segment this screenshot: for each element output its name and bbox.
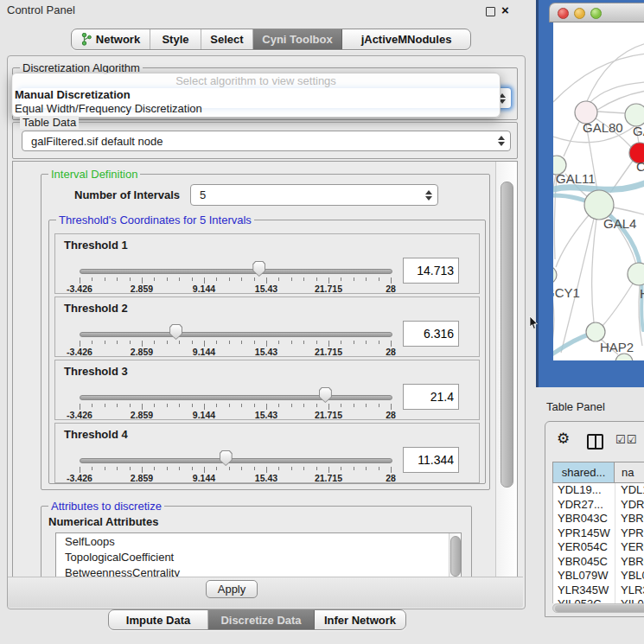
close-icon[interactable]: × <box>501 3 509 16</box>
settings-scroll-panel: Interval Definition Number of Intervals … <box>12 161 518 578</box>
control-panel: Control Panel × NetworkStyleSelectCyni T… <box>0 0 536 644</box>
thumb-face <box>220 451 232 465</box>
threshold-slider-track[interactable] <box>80 332 392 337</box>
threshold-value-input[interactable] <box>403 447 459 473</box>
network-node-GCY1[interactable] <box>553 266 557 284</box>
list-scrollbar[interactable] <box>449 533 461 578</box>
tab-infer-network[interactable]: Infer Network <box>315 610 405 629</box>
button-band <box>8 577 523 608</box>
threshold-label: Threshold 2 <box>64 302 128 315</box>
threshold-value-input[interactable] <box>403 258 459 284</box>
minor-tick <box>167 404 168 407</box>
settings-scrollbar-thumb[interactable] <box>501 182 513 488</box>
network-edge[interactable] <box>597 112 625 113</box>
network-window-titlebar[interactable] <box>549 3 644 22</box>
minor-tick <box>303 404 304 407</box>
threshold-value-input[interactable] <box>403 321 459 347</box>
list-scrollbar-thumb[interactable] <box>450 536 461 577</box>
network-node-partial-node[interactable] <box>615 354 633 360</box>
table-row[interactable]: YLR345WYLR3 <box>553 583 644 598</box>
table-row[interactable]: YBL079WYBL0 <box>553 569 644 583</box>
table-row[interactable]: YDL19...YDL1 <box>553 483 644 498</box>
dropdown-option-equal-width[interactable]: Equal Width/Frequency Discretization <box>12 102 500 116</box>
table-hscrollbar[interactable] <box>552 603 644 613</box>
combo-stepper-icon <box>425 190 432 201</box>
gear-icon[interactable]: ⚙ <box>557 430 570 446</box>
thresholds-group-label: Threshold's Coordinates for 5 Intervals <box>56 214 254 226</box>
minor-tick <box>154 341 155 344</box>
slider-thumb[interactable] <box>252 261 265 277</box>
threshold-value-input[interactable] <box>403 384 459 410</box>
tab-cyni-toolbox[interactable]: Cyni Toolbox <box>253 29 342 49</box>
tick-label: 2.859 <box>131 473 153 483</box>
table-row[interactable]: YBR043CYBR0 <box>553 512 644 526</box>
tab-label: Select <box>210 33 243 46</box>
numerical-attributes-list[interactable]: SelfLoopsTopologicalCoefficientBetweenne… <box>55 532 462 578</box>
table-row[interactable]: YDR27...YDR2 <box>553 498 644 513</box>
slider-thumb[interactable] <box>169 324 182 340</box>
network-canvas[interactable]: GAL80GACGAL11GAL4GCY1HHAP2 <box>553 22 644 360</box>
network-node-GAL4[interactable] <box>584 190 614 220</box>
column-header-name[interactable]: na <box>614 462 644 483</box>
table-row[interactable]: YIL053CYIL0 <box>553 597 644 603</box>
zoom-traffic-light-icon[interactable] <box>590 8 602 19</box>
threshold-slider-track[interactable] <box>80 395 392 400</box>
threshold-panel: Threshold 3-3.4262.8599.14415.4321.71528 <box>54 360 480 420</box>
dropdown-option-manual[interactable]: Manual Discretization <box>12 88 500 102</box>
tab-style[interactable]: Style <box>150 29 201 49</box>
network-edge[interactable] <box>603 284 633 326</box>
table-row[interactable]: YER054CYER0 <box>553 540 644 555</box>
minor-tick <box>316 341 317 344</box>
minor-tick <box>291 404 292 407</box>
table-panel-title: Table Panel <box>546 400 605 413</box>
tab-jactivemnodules[interactable]: jActiveMNodules <box>342 29 470 49</box>
network-edge[interactable] <box>614 207 644 215</box>
network-edge[interactable] <box>592 220 596 322</box>
network-edge[interactable] <box>587 43 644 101</box>
cell-shared-name: YBR043C <box>553 512 615 526</box>
attribute-list-item[interactable]: SelfLoops <box>56 535 461 549</box>
major-tick <box>80 404 80 410</box>
apply-button[interactable]: Apply <box>206 580 258 598</box>
tick-label: 28 <box>386 284 396 294</box>
tab-discretize-data[interactable]: Discretize Data <box>208 610 315 629</box>
network-node-H[interactable] <box>628 263 644 285</box>
table-row[interactable]: YPR145WYPR1 <box>553 526 644 541</box>
minor-tick <box>366 467 367 470</box>
threshold-slider-track[interactable] <box>80 269 392 274</box>
minor-tick <box>117 277 118 281</box>
table-row[interactable]: YBR045CYBR0 <box>553 555 644 570</box>
checkbox-icons[interactable]: ☑☑ <box>615 433 637 446</box>
tab-select[interactable]: Select <box>201 29 253 49</box>
minor-tick <box>254 467 255 470</box>
settings-scrollbar[interactable] <box>495 162 517 577</box>
tick-label: 21.715 <box>315 347 342 357</box>
minimize-traffic-light-icon[interactable] <box>574 8 585 19</box>
attribute-list-item[interactable]: TopologicalCoefficient <box>56 551 461 564</box>
minor-tick <box>179 467 180 470</box>
node-label-GAL11: GAL11 <box>556 171 596 186</box>
columns-icon[interactable] <box>587 434 603 450</box>
network-window-frame[interactable]: GAL80GACGAL11GAL4GCY1HHAP2 <box>536 0 644 387</box>
minor-tick <box>316 404 317 407</box>
slider-thumb[interactable] <box>319 387 332 403</box>
network-edge[interactable] <box>564 122 579 156</box>
major-tick <box>266 467 267 473</box>
close-traffic-light-icon[interactable] <box>558 8 569 19</box>
table-hscrollbar-thumb[interactable] <box>555 605 644 612</box>
slider-thumb[interactable] <box>220 450 233 466</box>
minor-tick <box>229 404 230 407</box>
thumb-face <box>320 388 331 402</box>
network-node-HAP2[interactable] <box>586 322 605 341</box>
column-header-shared[interactable]: shared... <box>552 462 615 483</box>
table-data-combobox[interactable]: galFiltered.sif default node <box>22 131 511 151</box>
major-tick <box>142 467 143 473</box>
tab-impute-data[interactable]: Impute Data <box>109 610 208 629</box>
tab-label: Impute Data <box>126 614 190 627</box>
network-edge-highlighted[interactable] <box>553 334 591 354</box>
tab-network[interactable]: Network <box>72 29 150 49</box>
threshold-slider-track[interactable] <box>80 458 392 463</box>
number-of-intervals-combobox[interactable]: 5 <box>190 184 438 206</box>
float-window-icon[interactable] <box>486 7 495 16</box>
minor-tick <box>278 404 279 407</box>
